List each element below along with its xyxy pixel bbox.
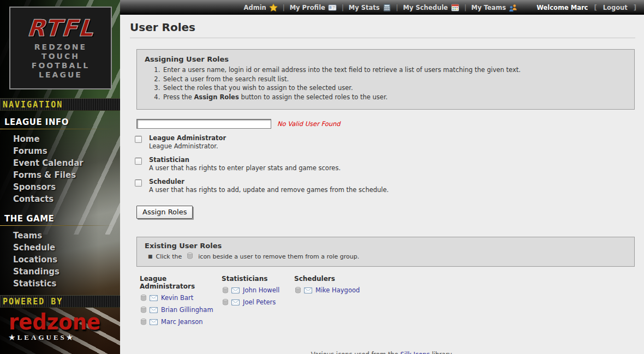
remove-user-icon[interactable] (222, 298, 229, 306)
user-row: Kevin Bart (140, 293, 222, 302)
email-user-icon[interactable] (150, 307, 158, 313)
remove-user-icon[interactable] (140, 318, 147, 326)
instruction-step: Enter a users name, login id or email ad… (162, 65, 627, 75)
bracket: [ (594, 4, 597, 11)
email-user-icon[interactable] (150, 319, 158, 325)
silk-icons-link[interactable]: Silk Icons (400, 351, 430, 354)
group-title: Statisticians (222, 275, 294, 283)
redzone-leagues-logo: redzone ★LEAGUES★ (0, 308, 120, 342)
topbar-my-stats[interactable]: My Stats (349, 3, 391, 12)
user-link[interactable]: Mike Haygood (315, 286, 360, 294)
remove-instruction: ■ Click the icon beside a user to remove… (148, 252, 627, 261)
user-link[interactable]: Marc Jeanson (161, 318, 203, 326)
topbar-my-profile[interactable]: My Profile (290, 3, 337, 12)
bin-icon (185, 252, 195, 261)
email-user-icon[interactable] (231, 299, 240, 305)
role-description: A user that has rights to enter player s… (149, 164, 341, 172)
vcard-icon (328, 3, 337, 12)
instruction-list: Enter a users name, login id or email ad… (162, 65, 627, 101)
role-description: League Administrator. (149, 142, 226, 151)
topbar-my-teams[interactable]: My Teams (472, 3, 518, 12)
sidebar-item-standings[interactable]: Standings (0, 266, 120, 278)
role-option-statistician: Statistician A user that has rights to e… (135, 156, 635, 172)
email-user-icon[interactable] (150, 295, 158, 301)
email-user-icon[interactable] (304, 287, 312, 293)
role-checkbox[interactable] (135, 136, 142, 143)
page-title: User Roles (130, 21, 635, 34)
role-description: A user that has rights to add, update an… (149, 186, 389, 194)
sidebar-item-schedule[interactable]: Schedule (0, 242, 120, 254)
sidebar-item-sponsors[interactable]: Sponsors (0, 181, 120, 193)
calendar-icon (451, 3, 460, 12)
group-title: League Administrators (140, 275, 222, 290)
user-link[interactable]: John Howell (243, 286, 279, 294)
topbar-separator: | (342, 4, 344, 11)
redzone-logo-text: redzone (9, 311, 100, 334)
topbar-separator: | (464, 4, 467, 11)
powered-by-led-banner: POWERED BY (0, 295, 120, 308)
user-row: Joel Peters (222, 298, 294, 307)
group-statisticians: Statisticians John Howell Joel Peters (222, 275, 294, 326)
sidebar-item-forums[interactable]: Forums (0, 145, 120, 157)
topbar-separator: | (396, 4, 398, 11)
navigation-led-banner: NAVIGATION (0, 98, 120, 111)
no-valid-user-message: No Valid User Found (277, 120, 341, 128)
role-option-scheduler: Scheduler A user that has rights to add,… (135, 178, 635, 194)
calculator-icon (383, 3, 391, 12)
group-schedulers: Schedulers Mike Haygood (294, 275, 360, 326)
panel-title: Assigning User Roles (145, 55, 627, 63)
role-name: Scheduler (149, 178, 389, 186)
league-logo: RTFL REDZONE TOUCH FOOTBALL LEAGUE (9, 7, 112, 89)
logout-link[interactable]: Logout (603, 4, 628, 11)
user-link[interactable]: Joel Peters (243, 298, 276, 306)
panel-title: Existing User Roles (145, 242, 627, 250)
sidebar-item-event-calendar[interactable]: Event Calendar (0, 157, 120, 169)
assign-roles-button[interactable]: Assign Roles (136, 206, 193, 219)
topbar: Admin | My Profile | My Stats | My Sched… (120, 0, 644, 15)
group-title: Schedulers (294, 275, 360, 283)
role-name: League Administrator (149, 134, 226, 142)
remove-user-icon[interactable] (294, 286, 302, 294)
topbar-my-schedule[interactable]: My Schedule (403, 3, 459, 12)
role-checkbox[interactable] (135, 158, 142, 165)
role-checkbox[interactable] (135, 179, 142, 187)
sidebar: RTFL REDZONE TOUCH FOOTBALL LEAGUE NAVIG… (0, 0, 120, 354)
user-link[interactable]: Kevin Bart (161, 294, 193, 302)
nav-section-title: THE GAME (0, 212, 120, 225)
credits-icons: Various icons used from the Silk Icons l… (129, 349, 635, 354)
sidebar-item-contacts[interactable]: Contacts (0, 193, 120, 205)
content-area: User Roles Assigning User Roles Enter a … (120, 15, 644, 354)
user-search-input[interactable] (136, 119, 271, 129)
group-league-administrators: League Administrators Kevin Bart Brian G… (140, 275, 222, 326)
instruction-step: Press the Assign Roles button to assign … (162, 93, 627, 102)
user-row: Mike Haygood (294, 286, 360, 295)
logo-acronym: RTFL (26, 16, 95, 40)
page-footer: Various icons used from the Silk Icons l… (129, 349, 635, 354)
topbar-separator: | (283, 4, 285, 11)
role-name: Statistician (149, 156, 341, 164)
app-window: RTFL REDZONE TOUCH FOOTBALL LEAGUE NAVIG… (0, 0, 644, 354)
sidebar-item-statistics[interactable]: Statistics (0, 278, 120, 290)
user-link[interactable]: Brian Gillingham (161, 306, 213, 314)
instruction-step: Select a user from the search result lis… (162, 75, 627, 84)
remove-user-icon[interactable] (222, 286, 229, 294)
instruction-step: Select the roles that you wish to assign… (162, 83, 627, 93)
remove-user-icon[interactable] (140, 306, 147, 314)
role-groups: League Administrators Kevin Bart Brian G… (140, 275, 635, 326)
logo-wordmark: REDZONE TOUCH FOOTBALL LEAGUE (32, 43, 90, 80)
sidebar-item-home[interactable]: Home (0, 133, 120, 145)
bullet: ■ (148, 254, 153, 259)
remove-user-icon[interactable] (140, 294, 147, 302)
user-search-row: No Valid User Found (136, 119, 635, 129)
sidebar-item-teams[interactable]: Teams (0, 230, 120, 242)
sidebar-item-locations[interactable]: Locations (0, 254, 120, 266)
user-row: Brian Gillingham (140, 305, 222, 314)
topbar-admin[interactable]: Admin (244, 3, 278, 12)
email-user-icon[interactable] (231, 287, 240, 293)
nav-section-league-info: LEAGUE INFO Home Forums Event Calendar F… (0, 116, 120, 207)
sidebar-item-forms-files[interactable]: Forms & Files (0, 169, 120, 181)
nav-section-the-game: THE GAME Teams Schedule Locations Standi… (0, 212, 120, 292)
title-divider (130, 38, 635, 38)
welcome-text: Welcome Marc (536, 4, 588, 11)
bracket: ] (634, 4, 636, 11)
